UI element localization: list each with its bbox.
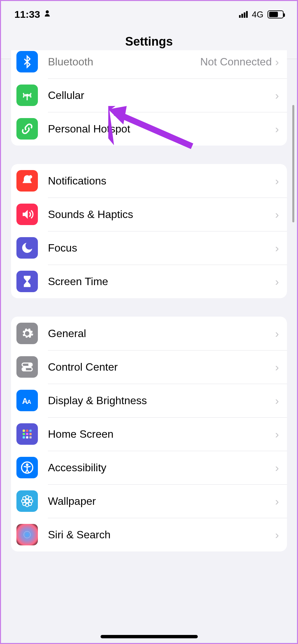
settings-group-general: General › Control Center › AA Display & … [11, 317, 287, 551]
svg-text:A: A [27, 399, 31, 405]
flower-icon [16, 490, 38, 512]
row-label: Bluetooth [48, 56, 200, 68]
text-size-icon: AA [16, 390, 38, 411]
chevron-right-icon: › [275, 275, 279, 288]
row-accessibility[interactable]: Accessibility › [11, 451, 287, 484]
row-label: Accessibility [48, 462, 275, 474]
row-sounds[interactable]: Sounds & Haptics › [11, 198, 287, 231]
chevron-right-icon: › [275, 495, 279, 508]
row-homescreen[interactable]: Home Screen › [11, 417, 287, 451]
row-focus[interactable]: Focus › [11, 231, 287, 265]
status-bar: 11:33 4G [1, 1, 297, 28]
row-label: General [48, 327, 275, 340]
page-title: Settings [1, 35, 297, 49]
row-label: Notifications [48, 175, 275, 187]
row-siri[interactable]: Siri & Search › [11, 518, 287, 551]
chevron-right-icon: › [275, 361, 279, 374]
row-controlcenter[interactable]: Control Center › [11, 350, 287, 384]
status-time: 11:33 [14, 9, 40, 20]
bluetooth-icon [16, 51, 38, 72]
speaker-icon [16, 204, 38, 225]
svg-rect-15 [23, 436, 25, 439]
settings-group-notifications: Notifications › Sounds & Haptics › Focus… [11, 164, 287, 298]
row-cellular[interactable]: Cellular › [11, 78, 287, 112]
settings-group-connectivity: Bluetooth Not Connected › Cellular › Per… [11, 50, 287, 146]
battery-icon [267, 10, 284, 18]
row-general[interactable]: General › [11, 317, 287, 350]
svg-rect-13 [26, 433, 28, 435]
chevron-right-icon: › [275, 461, 279, 474]
svg-rect-17 [29, 436, 32, 439]
svg-point-19 [26, 464, 28, 466]
switches-icon [16, 356, 38, 378]
row-display[interactable]: AA Display & Brightness › [11, 384, 287, 417]
row-label: Personal Hotspot [48, 123, 275, 135]
chevron-right-icon: › [275, 428, 279, 441]
row-hotspot[interactable]: Personal Hotspot › [11, 112, 287, 146]
accessibility-icon [16, 457, 38, 478]
gear-icon [16, 323, 38, 344]
row-label: Sounds & Haptics [48, 208, 275, 221]
chevron-right-icon: › [275, 89, 279, 102]
svg-rect-16 [26, 436, 28, 439]
svg-rect-14 [29, 433, 32, 435]
svg-point-20 [25, 499, 29, 503]
hourglass-icon [16, 271, 38, 292]
row-label: Siri & Search [48, 529, 275, 541]
grid-icon [16, 423, 38, 445]
row-bluetooth[interactable]: Bluetooth Not Connected › [11, 50, 287, 78]
chevron-right-icon: › [275, 327, 279, 340]
row-label: Screen Time [48, 275, 275, 288]
network-label: 4G [252, 9, 263, 20]
row-label: Display & Brightness [48, 394, 275, 407]
row-label: Control Center [48, 361, 275, 373]
row-label: Cellular [48, 89, 275, 102]
chevron-right-icon: › [275, 241, 279, 255]
scrollbar[interactable] [292, 105, 294, 222]
row-wallpaper[interactable]: Wallpaper › [11, 484, 287, 518]
siri-icon [16, 524, 38, 545]
chevron-right-icon: › [275, 174, 279, 187]
signal-icon [239, 11, 248, 18]
row-notifications[interactable]: Notifications › [11, 164, 287, 198]
row-label: Wallpaper [48, 495, 275, 507]
home-indicator[interactable] [101, 635, 198, 638]
svg-point-29 [24, 531, 31, 538]
svg-point-6 [23, 368, 25, 370]
row-screentime[interactable]: Screen Time › [11, 265, 287, 298]
link-icon [16, 118, 38, 140]
row-label: Home Screen [48, 428, 275, 440]
moon-icon [16, 237, 38, 259]
svg-rect-11 [29, 430, 32, 432]
chevron-right-icon: › [275, 394, 279, 407]
bell-icon [16, 170, 38, 192]
row-value: Not Connected [200, 56, 272, 68]
row-label: Focus [48, 242, 275, 254]
svg-rect-9 [23, 430, 25, 432]
chevron-right-icon: › [275, 55, 279, 68]
svg-point-2 [29, 175, 32, 178]
antenna-icon [16, 85, 38, 106]
svg-point-0 [46, 10, 49, 13]
chevron-right-icon: › [275, 528, 279, 541]
person-icon [44, 10, 51, 19]
svg-point-4 [29, 364, 31, 366]
settings-list: Bluetooth Not Connected › Cellular › Per… [1, 50, 297, 551]
svg-rect-10 [26, 430, 28, 432]
chevron-right-icon: › [275, 122, 279, 136]
svg-rect-12 [23, 433, 25, 435]
chevron-right-icon: › [275, 208, 279, 221]
